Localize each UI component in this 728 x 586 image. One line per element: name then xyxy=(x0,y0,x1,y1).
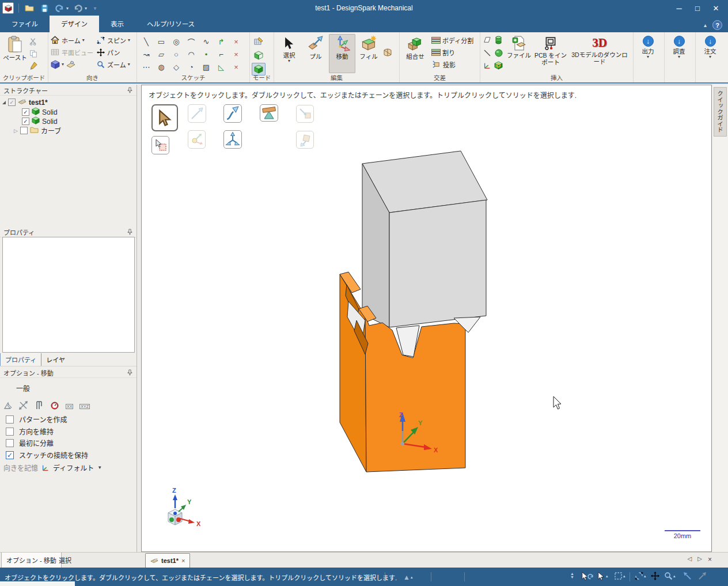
select-tool-button[interactable]: 選択▾ xyxy=(276,34,302,73)
checkbox-mixed[interactable]: ✓ xyxy=(8,99,16,106)
sketch-sheet-icon[interactable] xyxy=(66,59,75,69)
pin-icon[interactable] xyxy=(127,229,133,236)
tab-properties[interactable]: プロパティ xyxy=(0,353,41,366)
status-previous-view-icon[interactable] xyxy=(683,572,692,580)
maximize-button[interactable]: □ xyxy=(689,2,706,14)
option-maintain-orientation[interactable]: 方向を維持 xyxy=(6,426,54,436)
sketch-delete-icon[interactable]: × xyxy=(229,61,244,73)
pan-button[interactable]: パン xyxy=(96,46,130,58)
pin-icon[interactable] xyxy=(127,87,133,94)
ruler-pen-icon[interactable] xyxy=(3,401,13,411)
pin-icon[interactable] xyxy=(127,369,133,377)
gauge-icon[interactable] xyxy=(50,401,59,411)
status-stepper-icons[interactable]: ▲▼ xyxy=(570,572,574,579)
status-pan-icon[interactable] xyxy=(651,572,659,580)
orientation-default-dropdown[interactable]: ディフォルト xyxy=(53,463,94,472)
tree-row-curves[interactable]: ▷ カーブ xyxy=(14,126,61,135)
tab-display[interactable]: 表示 xyxy=(99,16,135,32)
caliper-icon[interactable] xyxy=(35,401,44,411)
tab-close-icon[interactable]: × xyxy=(708,555,712,564)
open-file-button[interactable] xyxy=(24,2,35,14)
checkbox-unchecked[interactable] xyxy=(20,127,28,134)
quick-guide-tab[interactable]: クイックガイド xyxy=(714,87,727,137)
plan-view-button[interactable]: 平面ビュー xyxy=(50,46,93,58)
split-button[interactable]: 割り xyxy=(431,46,473,58)
sketch-ellipse-icon[interactable]: ◍ xyxy=(154,61,169,73)
tab-scroll-right-icon[interactable]: ▷ xyxy=(697,555,702,564)
checkbox-checked[interactable]: ✓ xyxy=(22,108,29,116)
checkbox-unchecked[interactable] xyxy=(6,415,14,424)
sketch-mode-button[interactable] xyxy=(252,35,266,48)
status-zoom-icon[interactable]: ▴ xyxy=(664,572,676,580)
split-body-button[interactable]: ボディ分割 xyxy=(431,34,473,46)
dimension-xx-icon[interactable]: XX xyxy=(66,404,73,409)
redo-dropdown-icon[interactable]: ▾ xyxy=(85,6,87,11)
qat-customize-icon[interactable]: ▿ xyxy=(94,6,96,11)
save-button[interactable] xyxy=(39,2,50,14)
sketch-rectangle-3pt-icon[interactable]: ▱ xyxy=(154,48,169,61)
output-button[interactable]: ↓ 出力▾ xyxy=(635,34,661,73)
fill-tool-button[interactable]: フィル xyxy=(355,34,382,73)
tree-row-design[interactable]: ✓ test1* xyxy=(2,98,48,107)
sketch-trim-away-icon[interactable]: × xyxy=(229,35,244,48)
panel-tab-select[interactable]: 選択 xyxy=(54,553,76,568)
blend-tool-button[interactable] xyxy=(382,34,393,61)
3d-view-icon[interactable] xyxy=(50,59,60,69)
insert-plane-icon[interactable] xyxy=(482,35,492,45)
sketch-polygon-icon[interactable]: ◇ xyxy=(169,61,184,73)
paste-button[interactable]: ペースト xyxy=(2,34,28,73)
redo-button[interactable] xyxy=(72,2,84,14)
gray-solid-front-face[interactable] xyxy=(389,200,486,327)
model-canvas[interactable]: オブジェクトをクリックします。ダブルクリックして、エッジまたはチェーンを選択しま… xyxy=(141,85,712,552)
checkbox-unchecked[interactable] xyxy=(6,428,14,436)
expander-collapsed-icon[interactable]: ▷ xyxy=(14,128,18,134)
app-icon[interactable] xyxy=(2,2,14,14)
option-create-pattern[interactable]: パターンを作成 xyxy=(6,414,67,424)
tree-row-solid-2[interactable]: ✓ Solid xyxy=(22,117,58,126)
status-select-tool-icon[interactable]: ▴ xyxy=(597,572,608,581)
sketch-split-icon[interactable]: × xyxy=(229,48,244,61)
sketch-arc-tangent-icon[interactable]: ⌒ xyxy=(184,35,199,48)
insert-shell-icon[interactable] xyxy=(494,61,503,70)
insert-axes-icon[interactable] xyxy=(482,61,492,70)
sketch-offset-icon[interactable]: ◺ xyxy=(214,61,229,73)
insert-line-icon[interactable] xyxy=(482,48,492,58)
section-mode-button[interactable] xyxy=(252,49,266,62)
project-button[interactable]: 投影 xyxy=(431,58,473,70)
tree-row-solid-1[interactable]: ✓ Solid xyxy=(22,108,58,116)
download-3d-model-button[interactable]: 3D 3Dモデルのダウンロード xyxy=(570,34,630,73)
sketch-fill-region-icon[interactable]: ▨ xyxy=(199,61,214,73)
option-detach-first[interactable]: 最初に分離 xyxy=(6,438,54,448)
sketch-spline-icon[interactable]: ∿ xyxy=(199,35,214,48)
options-general-section[interactable]: 一般 xyxy=(3,383,30,393)
sketch-corner-icon[interactable]: ⌐ xyxy=(214,48,229,61)
move-tool-button[interactable]: 移動 xyxy=(329,34,355,73)
sketch-arc-sweep-icon[interactable]: ◠ xyxy=(184,48,199,61)
sketch-bend-icon[interactable]: ↱ xyxy=(214,35,229,48)
tab-design[interactable]: デザイン xyxy=(50,16,99,32)
tab-layers[interactable]: レイヤ xyxy=(41,353,70,366)
sketch-polyline-icon[interactable]: ↝ xyxy=(139,48,154,61)
tab-scroll-left-icon[interactable]: ◁ xyxy=(688,555,692,564)
checkbox-unchecked[interactable] xyxy=(6,439,14,447)
document-tab-test1[interactable]: test1* × xyxy=(145,553,190,568)
sketch-circle-icon[interactable]: ◎ xyxy=(169,35,184,48)
model-viewport[interactable]: Z Y X Z Y X xyxy=(142,85,712,552)
undo-dropdown-icon[interactable]: ▾ xyxy=(66,6,69,11)
option-keep-sketch-connection[interactable]: スケッチの接続を保持 xyxy=(6,450,88,460)
status-spin-icon[interactable]: ▴ xyxy=(635,572,646,580)
sketch-line-icon[interactable]: ╲ xyxy=(139,35,154,48)
tab-file[interactable]: ファイル xyxy=(0,16,50,32)
insert-cylinder-icon[interactable] xyxy=(494,35,503,45)
help-icon[interactable]: ? xyxy=(712,20,722,30)
tab-help[interactable]: ヘルプ/リソース xyxy=(135,16,206,32)
status-selection-box-icon[interactable]: ▴ xyxy=(614,572,625,580)
coordinates-xyz-icon[interactable]: XYZ xyxy=(79,404,90,409)
pull-tool-button[interactable]: プル xyxy=(302,34,329,73)
chevron-down-icon[interactable]: ▼ xyxy=(97,465,102,470)
status-next-view-icon[interactable] xyxy=(698,572,707,580)
close-tab-icon[interactable]: × xyxy=(181,557,185,564)
copy-icon[interactable] xyxy=(28,48,38,58)
sketch-circle-3pt-icon[interactable]: ○ xyxy=(169,48,184,61)
sketch-point-icon[interactable]: • xyxy=(199,48,214,61)
